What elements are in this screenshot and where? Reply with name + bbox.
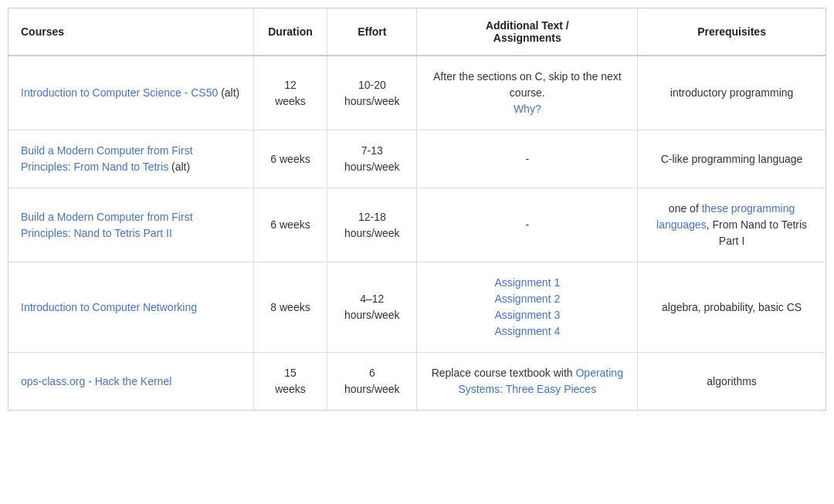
os-book-link[interactable]: Operating Systems: Three Easy Pieces	[458, 367, 622, 395]
table-header-row: Courses Duration Effort Additional Text …	[8, 8, 826, 56]
course-table-wrapper: Courses Duration Effort Additional Text …	[8, 8, 826, 411]
header-duration: Duration	[253, 8, 327, 56]
prereq-cell-3: one of these programming languages, From…	[638, 188, 826, 262]
effort-cell-4: 4–12hours/week	[327, 262, 417, 353]
effort-cell-1: 10-20hours/week	[327, 56, 417, 130]
duration-cell-3: 6 weeks	[253, 188, 327, 262]
course-cell-2: Build a Modern Computer from First Princ…	[8, 130, 253, 188]
course-cell-5: ops-class.org - Hack the Kernel	[8, 353, 253, 411]
header-prerequisites: Prerequisites	[638, 8, 826, 56]
assignment-2-link[interactable]: Assignment 2	[494, 293, 560, 305]
table-row: Introduction to Computer Networking 8 we…	[8, 262, 826, 353]
course-alt-2: (alt)	[168, 161, 190, 173]
course-cell-3: Build a Modern Computer from First Princ…	[8, 188, 253, 262]
header-additional: Additional Text /Assignments	[417, 8, 638, 56]
duration-cell-5: 15weeks	[253, 353, 327, 411]
table-row: ops-class.org - Hack the Kernel 15weeks …	[8, 353, 826, 411]
effort-cell-5: 6hours/week	[327, 353, 417, 411]
course-link-4[interactable]: Introduction to Computer Networking	[21, 301, 197, 313]
duration-cell-2: 6 weeks	[253, 130, 327, 188]
assignment-1-link[interactable]: Assignment 1	[494, 276, 560, 289]
course-alt-1: (alt)	[218, 86, 239, 99]
duration-cell-4: 8 weeks	[253, 262, 327, 353]
effort-cell-2: 7-13hours/week	[327, 130, 417, 188]
additional-cell-2: -	[417, 130, 638, 188]
course-link-2[interactable]: Build a Modern Computer from First Princ…	[21, 144, 193, 173]
assignment-3-link[interactable]: Assignment 3	[494, 309, 560, 321]
why-link[interactable]: Why?	[514, 103, 541, 115]
additional-cell-5: Replace course textbook with Operating S…	[417, 353, 638, 411]
prereq-cell-1: introductory programming	[638, 56, 826, 130]
additional-cell-4: Assignment 1 Assignment 2 Assignment 3 A…	[417, 262, 638, 353]
prereq-cell-5: algorithms	[638, 353, 826, 411]
assignment-4-link[interactable]: Assignment 4	[494, 325, 560, 337]
header-courses: Courses	[8, 8, 253, 56]
duration-cell-1: 12weeks	[253, 56, 327, 130]
additional-cell-1: After the sections on C, skip to the nex…	[417, 56, 638, 130]
header-effort: Effort	[327, 8, 417, 56]
course-cell-1: Introduction to Computer Science - CS50 …	[8, 56, 253, 130]
prereq-cell-4: algebra, probability, basic CS	[638, 262, 826, 353]
these-languages-link[interactable]: these programming languages	[656, 202, 795, 231]
effort-cell-3: 12-18hours/week	[327, 188, 417, 262]
table-row: Introduction to Computer Science - CS50 …	[8, 56, 826, 130]
course-cell-4: Introduction to Computer Networking	[8, 262, 253, 353]
course-table: Courses Duration Effort Additional Text …	[8, 8, 826, 410]
additional-cell-3: -	[417, 188, 638, 262]
course-link-5[interactable]: ops-class.org - Hack the Kernel	[21, 375, 171, 387]
table-row: Build a Modern Computer from First Princ…	[8, 130, 826, 188]
table-row: Build a Modern Computer from First Princ…	[8, 188, 826, 262]
course-link-3[interactable]: Build a Modern Computer from First Princ…	[21, 211, 193, 239]
course-link-1[interactable]: Introduction to Computer Science - CS50	[21, 86, 218, 99]
prereq-cell-2: C-like programming language	[638, 130, 826, 188]
